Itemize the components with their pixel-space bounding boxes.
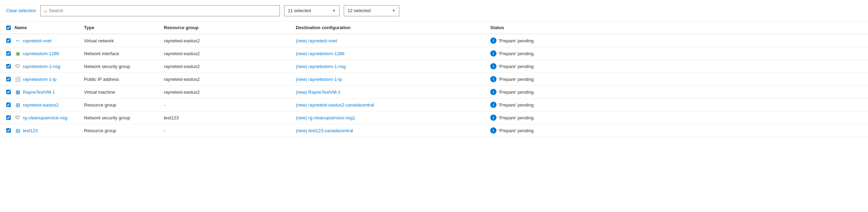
table-row: ▣ raynetestvm-1286 Network interface ray… <box>0 47 868 60</box>
resource-name-link[interactable]: raynetestvm-1-ip <box>23 77 57 82</box>
row-rg-cell: raynetest-eastus2 <box>160 60 292 73</box>
table-row: 🛡 rg-cleanupservice-nsg Network security… <box>0 111 868 124</box>
row-status-cell: i 'Prepare' pending <box>486 99 868 111</box>
row-name-cell: 🛡 raynetestvm-1-nsg <box>10 60 80 73</box>
resource-name-link[interactable]: raynetestvm-1-nsg <box>23 64 60 69</box>
row-checkbox[interactable] <box>6 90 11 94</box>
destination-link[interactable]: (new) raynetestvm-1286 <box>296 51 344 56</box>
row-rg-cell: raynetest-eastus2 <box>160 47 292 60</box>
row-checkbox[interactable] <box>6 128 11 133</box>
destination-link[interactable]: (new) rg-cleanupservice-nsg1 <box>296 115 355 120</box>
row-name-cell: ▣ raynetestvm-1286 <box>10 47 80 60</box>
row-rg-cell: raynetest-eastus2 <box>160 73 292 86</box>
status-label: 'Prepare' pending <box>499 128 534 133</box>
row-checkbox-cell[interactable] <box>0 34 10 47</box>
destination-link[interactable]: (new) raynetest-eastus2-canadacentral <box>296 102 374 108</box>
resource-type-icon: 🛡 <box>15 63 21 69</box>
row-name-cell: ▤ test123 <box>10 124 80 137</box>
resource-table-container: Name Type Resource group Destination con… <box>0 22 868 137</box>
resource-type-icon: ▦ <box>15 89 21 95</box>
row-name-cell: ▦ RayneTestVM-1 <box>10 86 80 99</box>
row-name-cell: ▤ raynetest-eastus2 <box>10 99 80 111</box>
row-status-cell: i 'Prepare' pending <box>486 73 868 86</box>
row-rg-cell: test123 <box>160 111 292 124</box>
resource-group-value: raynetest-eastus2 <box>164 51 200 56</box>
resource-name-link[interactable]: rg-cleanupservice-nsg <box>23 115 67 120</box>
resource-group-value: raynetest-eastus2 <box>164 90 200 95</box>
row-rg-cell: - <box>160 99 292 111</box>
clear-selection-label: Clear selection <box>6 8 36 13</box>
resource-name-link[interactable]: raynetest-vnet <box>23 38 51 43</box>
resource-name-link[interactable]: raynetest-eastus2 <box>23 102 59 108</box>
row-name-cell: ⬜ raynetestvm-1-ip <box>10 73 80 86</box>
row-name-cell: ↔ raynetest-vnet <box>10 34 80 47</box>
resource-name-link[interactable]: test123 <box>23 128 38 133</box>
col-header-status: Status <box>486 22 868 34</box>
chevron-down-icon: ▼ <box>392 9 395 12</box>
clear-selection-button[interactable]: Clear selection <box>6 8 36 13</box>
row-checkbox[interactable] <box>6 38 11 43</box>
row-checkbox-cell[interactable] <box>0 60 10 73</box>
row-checkbox-cell[interactable] <box>0 111 10 124</box>
table-header-row: Name Type Resource group Destination con… <box>0 22 868 34</box>
destination-link[interactable]: (new) raynetestvm-1-ip <box>296 77 342 82</box>
status-label: 'Prepare' pending <box>499 77 534 82</box>
resource-group-value: raynetest-eastus2 <box>164 77 200 82</box>
row-checkbox-cell[interactable] <box>0 86 10 99</box>
info-icon: i <box>490 115 496 121</box>
table-row: ⬜ raynetestvm-1-ip Public IP address ray… <box>0 73 868 86</box>
resource-name-link[interactable]: RayneTestVM-1 <box>23 90 55 95</box>
col-header-resource-group: Resource group <box>160 22 292 34</box>
row-type-cell: Public IP address <box>80 73 160 86</box>
row-status-cell: i 'Prepare' pending <box>486 86 868 99</box>
search-icon: ⌕ <box>44 8 47 14</box>
row-checkbox-cell[interactable] <box>0 99 10 111</box>
destination-link[interactable]: (new) RayneTestVM-1 <box>296 90 341 95</box>
info-icon: i <box>490 89 496 95</box>
info-icon: i <box>490 102 496 108</box>
col-header-name: Name <box>10 22 80 34</box>
select-all-checkbox[interactable] <box>6 25 11 30</box>
row-checkbox[interactable] <box>6 77 11 82</box>
status-label: 'Prepare' pending <box>499 64 534 69</box>
filter1-dropdown[interactable]: 11 selected ▼ <box>284 5 340 16</box>
row-checkbox-cell[interactable] <box>0 124 10 137</box>
destination-link[interactable]: (new) raynetest-vnet <box>296 38 337 43</box>
info-icon: i <box>490 37 496 44</box>
row-rg-cell: raynetest-eastus2 <box>160 86 292 99</box>
destination-link[interactable]: (new) raynetestvm-1-nsg <box>296 64 346 69</box>
row-dest-cell: (new) raynetest-vnet <box>292 34 486 47</box>
row-checkbox-cell[interactable] <box>0 47 10 60</box>
row-dest-cell: (new) RayneTestVM-1 <box>292 86 486 99</box>
row-checkbox[interactable] <box>6 64 11 69</box>
info-icon: i <box>490 50 496 57</box>
row-type-cell: Network security group <box>80 111 160 124</box>
resource-name-link[interactable]: raynetestvm-1286 <box>23 51 59 56</box>
filter2-label: 12 selected <box>348 8 371 13</box>
row-dest-cell: (new) test123-canadacentral <box>292 124 486 137</box>
destination-link[interactable]: (new) test123-canadacentral <box>296 128 353 133</box>
row-checkbox[interactable] <box>6 102 11 107</box>
table-row: ▤ test123 Resource group - (new) test123… <box>0 124 868 137</box>
row-checkbox-cell[interactable] <box>0 73 10 86</box>
resource-type-label: Virtual network <box>84 38 114 43</box>
search-input[interactable] <box>49 8 276 13</box>
resource-type-icon: ▤ <box>15 127 21 134</box>
toolbar: Clear selection ⌕ 11 selected ▼ 12 selec… <box>0 0 868 22</box>
table-row: ▦ RayneTestVM-1 Virtual machine raynetes… <box>0 86 868 99</box>
resource-type-icon: 🛡 <box>15 115 21 121</box>
row-dest-cell: (new) raynetest-eastus2-canadacentral <box>292 99 486 111</box>
search-box: ⌕ <box>40 5 280 16</box>
row-name-cell: 🛡 rg-cleanupservice-nsg <box>10 111 80 124</box>
status-label: 'Prepare' pending <box>499 102 534 108</box>
filter2-dropdown[interactable]: 12 selected ▼ <box>344 5 399 16</box>
row-type-cell: Network security group <box>80 60 160 73</box>
checkbox-header[interactable] <box>0 22 10 34</box>
table-row: ↔ raynetest-vnet Virtual network raynete… <box>0 34 868 47</box>
row-status-cell: i 'Prepare' pending <box>486 124 868 137</box>
resource-group-value: - <box>164 102 165 108</box>
row-checkbox[interactable] <box>6 115 11 120</box>
resource-type-icon: ▣ <box>15 50 21 57</box>
row-checkbox[interactable] <box>6 51 11 56</box>
row-rg-cell: raynetest-eastus2 <box>160 34 292 47</box>
